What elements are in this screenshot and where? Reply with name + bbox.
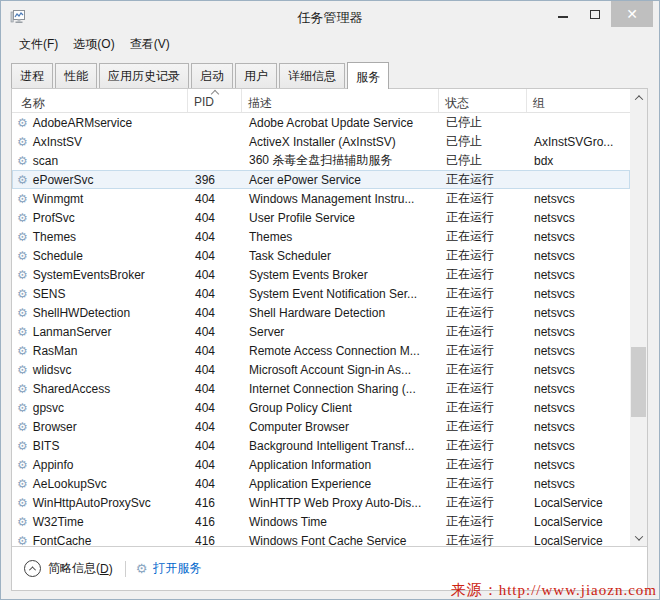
table-row[interactable]: ⚙ Schedule 404 Task Scheduler 正在运行 netsv…	[12, 246, 630, 265]
gear-icon: ⚙	[17, 288, 28, 300]
gear-icon: ⚙	[17, 193, 28, 205]
minimize-button[interactable]	[547, 1, 579, 27]
table-row[interactable]: ⚙ ShellHWDetection 404 Shell Hardware De…	[12, 303, 630, 322]
table-row[interactable]: ⚙ SystemEventsBroker 404 System Events B…	[12, 265, 630, 284]
service-pid: 404	[189, 420, 243, 434]
menu-bar: 文件(F) 选项(O) 查看(V)	[1, 32, 659, 56]
service-name: Winmgmt	[33, 192, 84, 206]
table-row[interactable]: ⚙ WinHttpAutoProxySvc 416 WinHTTP Web Pr…	[12, 493, 630, 512]
service-description: Shell Hardware Detection	[243, 306, 440, 320]
table-header-row: 名称 PID 描述 状态 组	[12, 89, 630, 113]
column-header-pid[interactable]: PID	[188, 89, 242, 112]
service-status: 正在运行	[440, 494, 528, 511]
scrollbar-thumb[interactable]	[631, 347, 646, 417]
column-header-description[interactable]: 描述	[242, 89, 439, 112]
menu-item[interactable]: 查看(V)	[123, 34, 177, 55]
service-status: 正在运行	[440, 266, 528, 283]
maximize-button[interactable]	[579, 1, 611, 27]
tab-应用历史记录[interactable]: 应用历史记录	[99, 63, 189, 88]
tab-进程[interactable]: 进程	[11, 63, 53, 88]
table-row[interactable]: ⚙ BITS 404 Background Intelligent Transf…	[12, 436, 630, 455]
vertical-scrollbar[interactable]	[630, 89, 647, 546]
gear-icon: ⚙	[17, 117, 28, 129]
service-description: System Events Broker	[243, 268, 440, 282]
service-name: ProfSvc	[33, 211, 75, 225]
service-group: LocalService	[528, 496, 629, 510]
table-row[interactable]: ⚙ SENS 404 System Event Notification Ser…	[12, 284, 630, 303]
service-group: netsvcs	[528, 268, 629, 282]
chevron-down-icon	[634, 532, 642, 540]
menu-item[interactable]: 文件(F)	[12, 34, 65, 55]
menu-item[interactable]: 选项(O)	[66, 34, 121, 55]
table-row[interactable]: ⚙ wlidsvc 404 Microsoft Account Sign-in …	[12, 360, 630, 379]
service-status: 已停止	[440, 114, 528, 131]
tab-用户[interactable]: 用户	[235, 63, 277, 88]
service-group: netsvcs	[528, 249, 629, 263]
service-pid: 404	[189, 325, 243, 339]
service-description: Microsoft Account Sign-in As...	[243, 363, 440, 377]
service-status: 正在运行	[440, 380, 528, 397]
gear-icon: ⚙	[17, 212, 28, 224]
table-row[interactable]: ⚙ W32Time 416 Windows Time 正在运行 LocalSer…	[12, 512, 630, 531]
service-status: 正在运行	[440, 399, 528, 416]
service-group: netsvcs	[528, 401, 629, 415]
close-button[interactable]: ✕	[611, 1, 653, 27]
gear-icon: ⚙	[17, 383, 28, 395]
table-row[interactable]: ⚙ scan 360 杀毒全盘扫描辅助服务 已停止 bdx	[12, 151, 630, 170]
table-row[interactable]: ⚙ Appinfo 404 Application Information 正在…	[12, 455, 630, 474]
gear-icon: ⚙	[17, 269, 28, 281]
gear-icon: ⚙	[17, 516, 28, 528]
scroll-up-button[interactable]	[630, 89, 647, 106]
service-name: AxInstSV	[33, 135, 82, 149]
tab-启动[interactable]: 启动	[191, 63, 233, 88]
table-row[interactable]: ⚙ AeLookupSvc 404 Application Experience…	[12, 474, 630, 493]
table-row[interactable]: ⚙ AdobeARMservice Adobe Acrobat Update S…	[12, 113, 630, 132]
table-row[interactable]: ⚙ gpsvc 404 Group Policy Client 正在运行 net…	[12, 398, 630, 417]
service-name: Schedule	[33, 249, 83, 263]
column-header-group[interactable]: 组	[527, 89, 630, 112]
tab-服务[interactable]: 服务	[347, 62, 389, 89]
gear-icon: ⚙	[17, 231, 28, 243]
service-name: W32Time	[33, 515, 84, 529]
service-status: 正在运行	[440, 228, 528, 245]
gear-icon: ⚙	[17, 174, 28, 186]
gear-icon: ⚙	[17, 478, 28, 490]
table-row[interactable]: ⚙ Themes 404 Themes 正在运行 netsvcs	[12, 227, 630, 246]
service-name: WinHttpAutoProxySvc	[33, 496, 151, 510]
table-row[interactable]: ⚙ ePowerSvc 396 Acer ePower Service 正在运行	[12, 170, 630, 189]
service-description: Windows Management Instru...	[243, 192, 440, 206]
gear-icon: ⚙	[136, 562, 148, 575]
service-pid: 404	[189, 477, 243, 491]
service-name: Browser	[33, 420, 77, 434]
service-group: netsvcs	[528, 306, 629, 320]
table-row[interactable]: ⚙ ProfSvc 404 User Profile Service 正在运行 …	[12, 208, 630, 227]
tab-性能[interactable]: 性能	[55, 63, 97, 88]
tab-详细信息[interactable]: 详细信息	[279, 63, 345, 88]
table-row[interactable]: ⚙ FontCache 416 Windows Font Cache Servi…	[12, 531, 630, 547]
service-status: 正在运行	[440, 190, 528, 207]
service-name: FontCache	[33, 534, 92, 548]
service-status: 已停止	[440, 133, 528, 150]
service-description: 360 杀毒全盘扫描辅助服务	[243, 152, 440, 169]
service-pid: 404	[189, 230, 243, 244]
table-row[interactable]: ⚙ AxInstSV ActiveX Installer (AxInstSV) …	[12, 132, 630, 151]
service-name: scan	[33, 154, 58, 168]
table-row[interactable]: ⚙ Browser 404 Computer Browser 正在运行 nets…	[12, 417, 630, 436]
scroll-down-button[interactable]	[630, 529, 647, 546]
open-services-link[interactable]: ⚙ 打开服务	[136, 560, 202, 577]
table-row[interactable]: ⚙ Winmgmt 404 Windows Management Instru.…	[12, 189, 630, 208]
service-group: netsvcs	[528, 211, 629, 225]
service-name: LanmanServer	[33, 325, 112, 339]
watermark-text: 来源：http://www.jiaozn.com	[451, 581, 657, 600]
tab-bar: 进程 性能 应用历史记录 启动 用户 详细信息 服务	[1, 56, 659, 88]
table-row[interactable]: ⚙ LanmanServer 404 Server 正在运行 netsvcs	[12, 322, 630, 341]
table-row[interactable]: ⚙ SharedAccess 404 Internet Connection S…	[12, 379, 630, 398]
service-description: Acer ePower Service	[243, 173, 440, 187]
fewer-details-button[interactable]: 简略信息(D)	[24, 560, 113, 577]
column-header-status[interactable]: 状态	[439, 89, 527, 112]
column-header-name[interactable]: 名称	[12, 89, 188, 112]
table-row[interactable]: ⚙ RasMan 404 Remote Access Connection M.…	[12, 341, 630, 360]
service-pid: 416	[189, 534, 243, 548]
maximize-icon	[590, 10, 600, 19]
service-name: BITS	[33, 439, 60, 453]
